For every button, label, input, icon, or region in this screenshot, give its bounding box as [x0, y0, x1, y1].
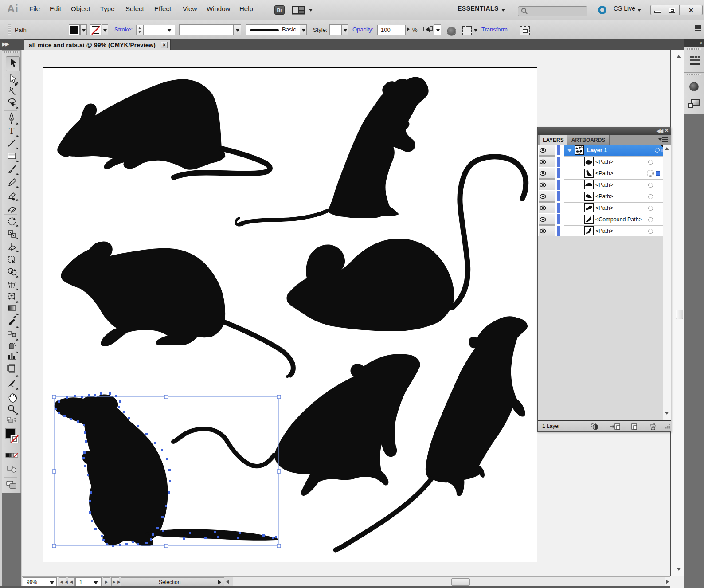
svg-text:T: T [9, 126, 14, 136]
